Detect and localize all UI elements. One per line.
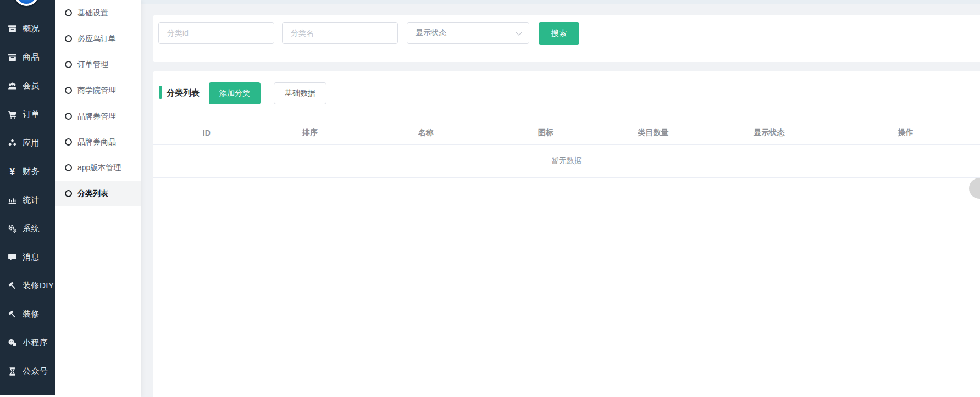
col-header-name: 名称 <box>359 122 492 144</box>
submenu-item-category-list[interactable]: 分类列表 <box>55 181 141 206</box>
circle-bullet-icon <box>65 87 72 94</box>
app-logo[interactable] <box>14 0 38 6</box>
table-header-row: ID 排序 名称 图标 类目数量 显示状态 操作 <box>153 122 980 144</box>
circle-bullet-icon <box>65 113 72 120</box>
primary-nav: 概况 商品 会员 订单 应用 ¥ <box>0 14 55 385</box>
sidebar-item-label: 应用 <box>23 138 40 148</box>
circle-bullet-icon <box>65 35 72 42</box>
sidebar-item-finance[interactable]: ¥ 财务 <box>0 157 55 186</box>
search-filter-panel: 显示状态 搜索 <box>153 15 980 62</box>
circle-bullet-icon <box>65 164 72 171</box>
submenu-item-label: 基础设置 <box>77 8 108 18</box>
submenu-item-order-management[interactable]: 订单管理 <box>55 52 141 77</box>
wechat-icon <box>7 338 18 348</box>
sidebar-item-orders[interactable]: 订单 <box>0 100 55 128</box>
display-status-select-value: 显示状态 <box>416 28 446 38</box>
category-table: ID 排序 名称 图标 类目数量 显示状态 操作 暂无数据 <box>153 122 980 178</box>
display-status-select[interactable]: 显示状态 <box>407 22 529 44</box>
col-header-actions: 操作 <box>831 122 980 144</box>
submenu-item-basic-settings[interactable]: 基础设置 <box>55 0 141 26</box>
sidebar-item-system[interactable]: 系统 <box>0 214 55 243</box>
circle-bullet-icon <box>65 9 72 16</box>
yen-icon: ¥ <box>7 167 18 176</box>
gears-icon <box>7 224 18 233</box>
sidebar-item-decorate[interactable]: 装修 <box>0 300 55 328</box>
sidebar-item-goods[interactable]: 商品 <box>0 43 55 71</box>
category-id-input[interactable] <box>158 22 274 44</box>
sidebar-item-label: 装修DIY <box>23 281 54 291</box>
cubes-icon <box>7 138 18 148</box>
hammer-icon <box>7 281 18 290</box>
top-edge-strip <box>141 0 980 4</box>
category-name-input[interactable] <box>282 22 398 44</box>
circle-bullet-icon <box>65 190 72 197</box>
sidebar-item-mini-program[interactable]: 小程序 <box>0 328 55 357</box>
sidebar-bottom-gap <box>0 395 55 397</box>
sidebar-item-label: 概况 <box>23 24 40 34</box>
col-header-sort: 排序 <box>261 122 360 144</box>
empty-state-text: 暂无数据 <box>153 144 980 177</box>
empty-state-row: 暂无数据 <box>153 144 980 177</box>
submenu-item-label: 必应鸟订单 <box>77 34 116 44</box>
primary-sidebar: 概况 商品 会员 订单 应用 ¥ <box>0 0 55 395</box>
submenu-item-bingbird-orders[interactable]: 必应鸟订单 <box>55 26 141 52</box>
chat-bubble-icon <box>7 253 18 262</box>
section-accent-bar <box>159 86 162 99</box>
submenu-item-label: 订单管理 <box>77 60 108 70</box>
hourglass-icon <box>7 367 18 376</box>
users-icon <box>7 81 18 91</box>
base-data-button[interactable]: 基础数据 <box>274 82 326 104</box>
secondary-sidebar: 基础设置 必应鸟订单 订单管理 商学院管理 品牌券管理 品牌券商品 app版本管… <box>55 0 141 397</box>
sidebar-item-label: 公众号 <box>23 366 48 377</box>
col-header-id: ID <box>153 122 261 144</box>
archive-box-icon <box>7 24 18 33</box>
circle-bullet-icon <box>65 61 72 68</box>
add-category-button[interactable]: 添加分类 <box>209 82 261 104</box>
col-header-display-status: 显示状态 <box>707 122 831 144</box>
submenu-item-label: 分类列表 <box>77 189 108 199</box>
sidebar-item-official-account[interactable]: 公众号 <box>0 357 55 385</box>
sidebar-item-decorate-diy[interactable]: 装修DIY <box>0 271 55 300</box>
category-list-panel: 分类列表 添加分类 基础数据 ID 排序 名称 图标 类目数量 显示状态 操作 <box>153 71 980 397</box>
sidebar-item-apps[interactable]: 应用 <box>0 128 55 157</box>
chevron-down-icon <box>516 29 522 35</box>
sidebar-item-label: 统计 <box>23 195 40 205</box>
section-title: 分类列表 <box>167 88 200 98</box>
sidebar-item-label: 商品 <box>23 52 40 63</box>
cart-icon <box>7 110 18 119</box>
sidebar-item-label: 装修 <box>23 309 40 320</box>
submenu-item-label: 品牌券商品 <box>77 137 116 147</box>
sidebar-item-label: 小程序 <box>23 338 48 348</box>
submenu-item-label: 品牌券管理 <box>77 111 116 121</box>
col-header-icon: 图标 <box>492 122 600 144</box>
col-header-category-count: 类目数量 <box>600 122 707 144</box>
submenu-item-app-version[interactable]: app版本管理 <box>55 155 141 181</box>
submenu-item-label: 商学院管理 <box>77 86 116 96</box>
submenu-item-brand-coupon-goods[interactable]: 品牌券商品 <box>55 129 141 155</box>
circle-bullet-icon <box>65 138 72 146</box>
sidebar-item-label: 系统 <box>23 223 40 234</box>
sidebar-item-label: 消息 <box>23 252 40 262</box>
archive-box-icon <box>7 53 18 62</box>
bar-chart-icon <box>7 195 18 205</box>
sidebar-item-members[interactable]: 会员 <box>0 71 55 100</box>
sidebar-item-overview[interactable]: 概况 <box>0 14 55 43</box>
hammer-icon <box>7 310 18 319</box>
sidebar-item-statistics[interactable]: 统计 <box>0 186 55 214</box>
sidebar-item-label: 会员 <box>23 81 40 91</box>
submenu-item-business-school[interactable]: 商学院管理 <box>55 77 141 103</box>
sidebar-item-label: 财务 <box>23 166 40 177</box>
sidebar-item-label: 订单 <box>23 109 40 120</box>
sidebar-item-messages[interactable]: 消息 <box>0 243 55 271</box>
submenu-item-brand-coupon-management[interactable]: 品牌券管理 <box>55 103 141 129</box>
search-button[interactable]: 搜索 <box>539 22 579 45</box>
submenu-item-label: app版本管理 <box>77 163 121 173</box>
